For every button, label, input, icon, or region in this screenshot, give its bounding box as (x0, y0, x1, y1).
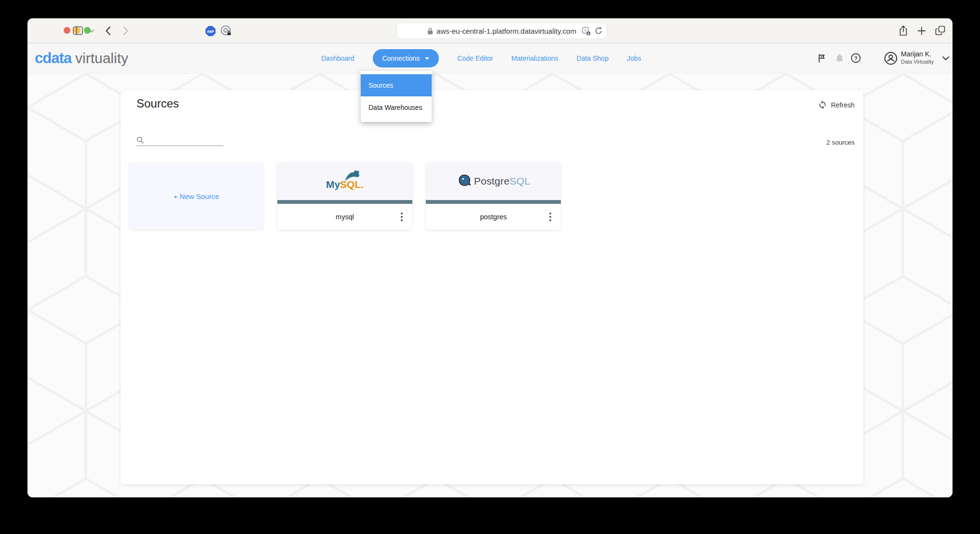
source-card-mysql[interactable]: MySQL. mysql (277, 162, 412, 230)
nav-data-shop[interactable]: Data Shop (577, 54, 609, 62)
mysql-wordmark-my: My (326, 179, 340, 190)
refresh-icon (818, 100, 827, 109)
nav-connections[interactable]: Connections (373, 49, 439, 67)
search-input[interactable] (147, 136, 223, 144)
back-button[interactable] (105, 26, 111, 36)
main-nav: Dashboard Connections Code Editor Materi… (321, 43, 641, 73)
logo-virtuality: virtuality (75, 50, 128, 67)
postgresql-elephant-icon (457, 174, 472, 189)
help-glyph: ? (854, 55, 858, 61)
close-window-button[interactable] (64, 27, 70, 34)
sources-count: 2 sources (826, 139, 855, 146)
source-card-postgres[interactable]: PostgreSQL postgres (426, 162, 561, 230)
adblock-label: ABP (207, 30, 214, 33)
sidebar-toggle-icon[interactable] (73, 26, 83, 35)
mysql-logo: MySQL. (277, 162, 412, 200)
nav-dashboard[interactable]: Dashboard (321, 54, 354, 62)
browser-toolbar: ABP aws-eu-central-1.platform.datavirtua… (27, 18, 953, 43)
user-avatar-icon[interactable] (884, 52, 898, 65)
page-title: Sources (136, 97, 179, 110)
help-icon[interactable]: ? (851, 53, 861, 63)
caret-down-icon (425, 57, 429, 60)
translate-icon[interactable]: A (582, 27, 590, 35)
sidebar-chevron-icon[interactable] (89, 29, 94, 33)
logo-cdata: cdata (35, 50, 71, 67)
user-org: Data Virtuality (901, 59, 934, 66)
new-source-label: + New Source (174, 192, 219, 200)
notifications-bell-icon[interactable] (835, 53, 844, 63)
user-menu[interactable]: Marijan K. Data Virtuality (901, 50, 934, 65)
new-source-card[interactable]: + New Source (129, 162, 264, 230)
search-field (136, 132, 223, 146)
tab-overview-icon[interactable] (935, 26, 945, 36)
card-accent-bar (426, 200, 561, 204)
url-text: aws-eu-central-1.platform.datavirtuality… (436, 27, 576, 35)
menu-item-data-warehouses[interactable]: Data Warehouses (361, 96, 432, 119)
nav-materializations[interactable]: Materializations (511, 54, 558, 62)
search-icon (136, 136, 144, 144)
share-icon[interactable] (898, 25, 908, 37)
app-header: cdata virtuality Dashboard Connections C… (27, 43, 953, 74)
forward-button[interactable] (123, 26, 129, 36)
adblock-extension-icon[interactable]: ABP (205, 26, 216, 37)
sources-panel: Sources Refresh 2 sources + New Source (121, 90, 863, 484)
header-right: ? Marijan K. Data Virtuality (808, 43, 953, 73)
user-chevron-down-icon[interactable] (942, 56, 949, 60)
card-footer: postgres (426, 204, 561, 230)
refresh-label: Refresh (831, 101, 855, 109)
page-background: Sources Refresh 2 sources + New Source (27, 74, 953, 497)
address-bar[interactable]: aws-eu-central-1.platform.datavirtuality… (397, 23, 607, 39)
postgres-wordmark-postgre: Postgre (474, 175, 510, 187)
nav-jobs[interactable]: Jobs (627, 54, 641, 62)
flag-icon[interactable] (817, 53, 827, 63)
card-footer: mysql (277, 204, 412, 230)
nav-connections-label: Connections (382, 54, 420, 62)
card-accent-bar (277, 200, 412, 204)
menu-item-sources[interactable]: Sources (361, 74, 432, 96)
browser-window: ABP aws-eu-central-1.platform.datavirtua… (27, 18, 953, 497)
source-name: mysql (336, 213, 354, 221)
lock-icon (427, 27, 433, 35)
card-menu-kebab-icon[interactable] (547, 211, 553, 223)
postgres-wordmark-sql: SQL (510, 175, 531, 187)
postgresql-logo: PostgreSQL (426, 162, 561, 200)
card-menu-kebab-icon[interactable] (399, 211, 405, 223)
connections-dropdown-menu: Sources Data Warehouses (361, 71, 432, 122)
refresh-button[interactable]: Refresh (818, 100, 855, 109)
password-extension-icon[interactable] (220, 25, 232, 37)
new-tab-icon[interactable] (917, 27, 926, 35)
svg-text:A: A (584, 28, 587, 33)
app-logo: cdata virtuality (35, 43, 128, 73)
mysql-dolphin-icon (342, 168, 363, 183)
reload-icon[interactable] (595, 27, 602, 35)
screenshot-root: { "browser": { "url": "aws-eu-central-1.… (0, 0, 980, 534)
source-cards: + New Source MySQL. (129, 162, 561, 230)
nav-code-editor[interactable]: Code Editor (457, 54, 493, 62)
source-name: postgres (480, 213, 507, 221)
user-name: Marijan K. (901, 50, 934, 59)
